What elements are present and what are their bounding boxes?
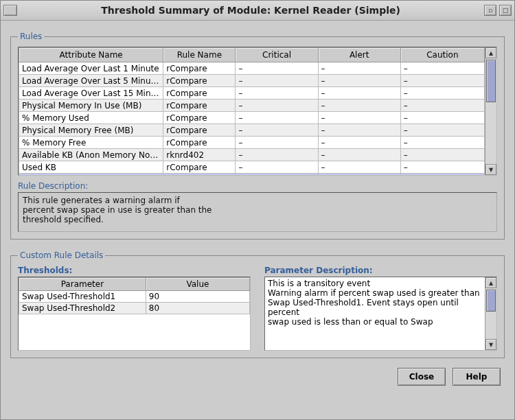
col-header-parameter[interactable]: Parameter xyxy=(19,278,146,291)
table-row[interactable]: % Memory UsedrCompare––– xyxy=(19,112,485,124)
table-row[interactable]: Load Average Over Last 15 MinutesrCompar… xyxy=(19,87,485,100)
help-button[interactable]: Help xyxy=(453,368,501,386)
cell-critical: – xyxy=(236,62,318,75)
cell-rule: rCompare xyxy=(163,137,236,149)
scroll-thumb[interactable] xyxy=(486,290,496,312)
rules-group: Rules Attribute Name Rule Name Critical xyxy=(10,32,505,240)
col-header-caution[interactable]: Caution xyxy=(400,48,484,62)
cell-rule: rCompare xyxy=(163,100,236,112)
cell-caution: – xyxy=(400,87,484,100)
cell-critical: – xyxy=(236,161,318,174)
cell-value: 80 xyxy=(146,303,249,314)
cell-rule: rknrd402 xyxy=(163,149,236,161)
cell-attribute: % Swap Used xyxy=(19,174,163,176)
cell-critical: – xyxy=(236,137,318,149)
cell-alert: – xyxy=(318,100,400,112)
cell-critical: – xyxy=(236,112,318,124)
parameter-desc-label: Parameter Description: xyxy=(264,266,497,275)
cell-critical: – xyxy=(236,174,318,176)
thresholds-panel: Thresholds: Parameter Value Swap Used-Th… xyxy=(18,266,251,351)
cell-caution: – xyxy=(400,62,484,75)
thresholds-table-container: Parameter Value Swap Used-Threshold190Sw… xyxy=(18,277,251,351)
param-scrollbar[interactable]: ▲ ▼ xyxy=(485,277,496,350)
col-header-attribute[interactable]: Attribute Name xyxy=(19,48,163,62)
minimize-icon[interactable]: ▫ xyxy=(484,5,496,16)
cell-alert: – xyxy=(318,112,400,124)
cell-rule: rCompare xyxy=(163,75,236,87)
cell-rule: rCompare xyxy=(163,124,236,137)
scroll-track[interactable] xyxy=(485,288,496,339)
cell-attribute: Load Average Over Last 15 Minutes xyxy=(19,87,163,100)
cell-attribute: Load Average Over Last 1 Minute xyxy=(19,62,163,75)
cell-attribute: Physical Memory Free (MB) xyxy=(19,124,163,137)
cell-rule: rCompare xyxy=(163,87,236,100)
thresholds-label: Thresholds: xyxy=(18,266,251,275)
window-menu-icon[interactable] xyxy=(3,5,17,16)
scroll-down-icon[interactable]: ▼ xyxy=(485,164,496,175)
table-row[interactable]: Load Average Over Last 5 MinutesrCompare… xyxy=(19,75,485,87)
cell-attribute: % Memory Free xyxy=(19,137,163,149)
cell-caution: – xyxy=(400,100,484,112)
custom-rule-details-group: Custom Rule Details Thresholds: Paramete… xyxy=(10,250,505,358)
maximize-icon[interactable]: □ xyxy=(499,5,512,16)
window-controls: ▫ □ xyxy=(484,5,512,16)
cell-alert: – xyxy=(318,174,400,176)
rule-description-text: This rule generates a warning alarm if p… xyxy=(18,192,497,232)
scroll-up-icon[interactable]: ▲ xyxy=(485,47,496,58)
rule-description-label: Rule Description: xyxy=(18,181,497,191)
table-row[interactable]: % Swap Usedrknrd102––– xyxy=(19,174,485,176)
close-button[interactable]: Close xyxy=(398,368,446,386)
table-row[interactable]: Swap Used-Threshold190 xyxy=(19,291,250,303)
dialog-content: Rules Attribute Name Rule Name Critical xyxy=(1,21,514,419)
col-header-rule[interactable]: Rule Name xyxy=(163,48,236,62)
cell-critical: – xyxy=(236,149,318,161)
cell-parameter: Swap Used-Threshold2 xyxy=(19,303,146,314)
cell-attribute: % Memory Used xyxy=(19,112,163,124)
cell-caution: – xyxy=(400,149,484,161)
table-row[interactable]: Load Average Over Last 1 MinuterCompare–… xyxy=(19,62,485,75)
scroll-down-icon[interactable]: ▼ xyxy=(485,339,496,350)
cell-caution: – xyxy=(400,112,484,124)
cell-parameter: Swap Used-Threshold1 xyxy=(19,291,146,303)
col-header-alert[interactable]: Alert xyxy=(318,48,400,62)
cell-caution: – xyxy=(400,161,484,174)
cell-rule: rCompare xyxy=(163,62,236,75)
cell-attribute: Load Average Over Last 5 Minutes xyxy=(19,75,163,87)
rules-legend: Rules xyxy=(18,32,44,41)
cell-rule: rknrd102 xyxy=(163,174,236,176)
cell-alert: – xyxy=(318,161,400,174)
window-title: Threshold Summary of Module: Kernel Read… xyxy=(17,5,484,16)
cell-critical: – xyxy=(236,124,318,137)
cell-critical: – xyxy=(236,100,318,112)
parameter-desc-panel: Parameter Description: This is a transit… xyxy=(264,266,497,351)
table-row[interactable]: % Memory FreerCompare––– xyxy=(19,137,485,149)
scroll-track[interactable] xyxy=(485,58,496,164)
cell-alert: – xyxy=(318,62,400,75)
cell-rule: rCompare xyxy=(163,161,236,174)
cell-caution: – xyxy=(400,124,484,137)
titlebar: Threshold Summary of Module: Kernel Read… xyxy=(1,1,514,21)
table-row[interactable]: Swap Used-Threshold280 xyxy=(19,303,250,314)
table-row[interactable]: Used KBrCompare––– xyxy=(19,161,485,174)
dialog-window: Threshold Summary of Module: Kernel Read… xyxy=(0,0,515,420)
cell-caution: – xyxy=(400,174,484,176)
rules-scrollbar[interactable]: ▲ ▼ xyxy=(485,47,496,175)
cell-alert: – xyxy=(318,75,400,87)
rules-table-container: Attribute Name Rule Name Critical Alert … xyxy=(18,47,497,176)
table-row[interactable]: Available KB (Anon Memory Not …rknrd402–… xyxy=(19,149,485,161)
cell-alert: – xyxy=(318,149,400,161)
col-header-value[interactable]: Value xyxy=(146,278,249,291)
cell-alert: – xyxy=(318,137,400,149)
scroll-thumb[interactable] xyxy=(486,60,496,102)
table-row[interactable]: Physical Memory In Use (MB)rCompare––– xyxy=(19,100,485,112)
cell-rule: rCompare xyxy=(163,112,236,124)
custom-inner: Thresholds: Parameter Value Swap Used-Th… xyxy=(18,266,497,351)
table-row[interactable]: Physical Memory Free (MB)rCompare––– xyxy=(19,124,485,137)
cell-critical: – xyxy=(236,87,318,100)
cell-alert: – xyxy=(318,124,400,137)
parameter-desc-text: This is a transitory event Warning alarm… xyxy=(265,277,485,350)
scroll-up-icon[interactable]: ▲ xyxy=(485,277,496,288)
col-header-critical[interactable]: Critical xyxy=(236,48,318,62)
cell-attribute: Available KB (Anon Memory Not … xyxy=(19,149,163,161)
thresholds-table: Parameter Value Swap Used-Threshold190Sw… xyxy=(19,277,250,314)
